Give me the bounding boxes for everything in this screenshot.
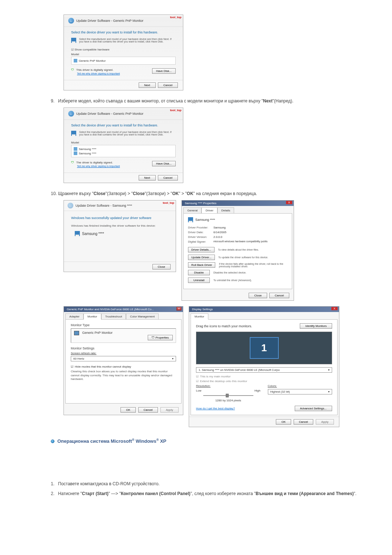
tab-adapter[interactable]: Adapter [65,313,83,319]
close-icon[interactable]: X [286,201,292,204]
close-button[interactable]: Close [249,293,267,298]
resolution-slider[interactable] [203,395,253,396]
chevron-down-icon: ▾ [328,390,330,393]
have-disk-button[interactable]: Have Disk... [152,68,176,74]
slider-thumb[interactable] [226,394,229,397]
apply-button[interactable]: Apply [316,419,334,425]
tab-troubleshoot[interactable]: Troubleshoot [101,313,126,319]
document-content: tool_top ← Update Driver Software - Gene… [29,15,363,497]
display-dropdown[interactable]: 1. Samsung **** on NVIDIA GeForce 6600 L… [196,367,332,373]
breadcrumb: Update Driver Software - Generic PnP Mon… [76,112,143,116]
step-9-text: 9.Изберете модел, който съвпада с вашия … [51,98,363,105]
uninstall-button[interactable]: Uninstall [188,278,210,283]
monitor-icon [75,231,80,236]
resolution-label: Resolution: [196,384,261,388]
model-list[interactable]: Samsung **** Samsung **** [71,145,176,157]
monitor-icon [74,151,77,155]
dialog-title: Display Settings X [189,307,339,312]
tab-driver[interactable]: Driver [201,207,217,213]
drive-icon [71,38,76,43]
back-arrow-icon[interactable]: ← [68,111,74,117]
dialog-title: Samsung **** Properties X [182,200,294,206]
dialog-prompt: Select the device driver you want to ins… [71,123,176,127]
window-control[interactable]: tool_top [163,201,174,204]
colors-dropdown[interactable]: Highest (32 bit) ▾ [268,389,332,394]
success-text: Windows has finished installing the driv… [71,224,168,227]
tab-color-management[interactable]: Color Management [126,313,159,319]
refresh-rate-dropdown[interactable]: 60 Hertz ▾ [71,356,176,361]
monitor-icon [188,217,193,222]
close-button[interactable]: Close [152,264,171,270]
shield-icon: 🛡 [71,68,74,72]
hide-help-text: Clearing this check box allows you to se… [71,370,176,381]
extend-desktop-checkbox[interactable]: ☑Extend the desktop onto this monitor [196,380,332,383]
window-control[interactable]: tool_top [170,16,181,19]
monitor-icon [74,331,79,335]
monitor-properties-dialog: Generic PnP Monitor and NVIDIA GeForce 6… [64,306,183,415]
chevron-down-icon: ▾ [328,368,330,372]
identify-monitors-button[interactable]: Identify Monitors [300,323,332,329]
disable-button[interactable]: Disable [188,270,210,275]
tab-monitor[interactable]: Monitor [191,313,208,320]
hide-modes-checkbox[interactable]: ☑Hide modes that this monitor cannot dis… [71,365,176,368]
display-settings-dialog: Display Settings X Monitor Drag the icon… [189,306,339,427]
ok-button[interactable]: OK [276,419,291,425]
monitor-name: Generic PnP Monitor [82,331,113,335]
back-arrow-icon: ← [68,203,73,208]
breadcrumb: Update Driver Software - Generic PnP Mon… [76,19,143,23]
dialog-info-text: Select the manufacturer and model of you… [79,131,176,136]
dialog-title: Generic PnP Monitor and NVIDIA GeForce 6… [64,307,183,312]
monitor-icon [74,59,77,62]
best-display-link[interactable]: How do I get the best display? [196,407,235,410]
tab-details[interactable]: Details [217,207,234,213]
compat-checkbox[interactable]: ☑ Show compatible hardware [71,48,176,51]
main-monitor-checkbox[interactable]: ☑This is my main monitor [196,375,332,378]
refresh-label: Screen refresh rate: [71,352,176,355]
monitor-preview[interactable]: 1 [196,332,332,364]
update-driver-button[interactable]: Update Driver... [188,255,215,260]
advanced-settings-button[interactable]: Advanced Settings... [295,406,332,411]
next-button[interactable]: Next [139,175,155,181]
monitor-name: Samsung **** [195,218,215,222]
monitor-1-icon[interactable]: 1 [250,337,279,359]
chevron-down-icon: ▾ [172,357,173,360]
window-control[interactable]: tool_top [170,109,181,112]
success-dialog: tool_top ← Update Driver Software - Sams… [64,200,176,272]
back-arrow-icon[interactable]: ← [68,18,74,24]
model-list[interactable]: Generic PnP Monitor [71,57,176,65]
model-item: Samsung **** [74,151,173,155]
monitor-settings-label: Monitor Settings [71,347,176,350]
dialog-info-text: Select the manufacturer and model of you… [79,38,176,43]
cancel-button[interactable]: Cancel [158,82,178,88]
cancel-button[interactable]: Cancel [138,407,158,413]
success-title: Windows has successfully updated your dr… [71,216,168,220]
tab-monitor[interactable]: Monitor [83,313,101,320]
close-icon[interactable]: ✕ [176,307,181,311]
resolution-value: 1280 by 1024 pixels [196,399,261,402]
model-item: Generic PnP Monitor [74,58,173,63]
rollback-driver-button[interactable]: Roll Back Driver [188,262,215,268]
cancel-button[interactable]: Cancel [269,293,289,298]
step-xp-2: 2.Натиснете "Старт (Start)" —> "Контроле… [51,490,363,497]
have-disk-button[interactable]: Have Disk... [152,161,176,166]
model-label: Model [71,141,176,144]
tab-general[interactable]: General [183,207,201,213]
dialog-prompt: Select the device driver you want to ins… [71,31,176,34]
ok-button[interactable]: OK [121,407,136,413]
step-10-text: 10.Щракнете върху "Close"(Затвори) > "Cl… [51,190,363,197]
os-heading: Операционна система Microsoft® Windows® … [51,438,363,444]
model-item: Samsung **** [74,147,173,151]
colors-label: Colors: [268,384,332,388]
close-icon[interactable]: X [331,307,338,310]
apply-button[interactable]: Apply [160,407,179,413]
properties-button[interactable]: 🛡 Properties [148,335,173,340]
monitor-icon [74,147,77,151]
driver-details-button[interactable]: Driver Details... [188,247,215,252]
driver-select-dialog-2: tool_top ← Update Driver Software - Gene… [64,108,183,183]
signed-text: This driver is digitally signed. [76,68,113,72]
breadcrumb: Update Driver Software - Samsung **** [75,204,132,207]
cancel-button[interactable]: Cancel [158,175,178,181]
shield-icon: 🛡 [71,161,74,164]
cancel-button[interactable]: Cancel [294,419,314,425]
next-button[interactable]: Next [139,82,155,88]
